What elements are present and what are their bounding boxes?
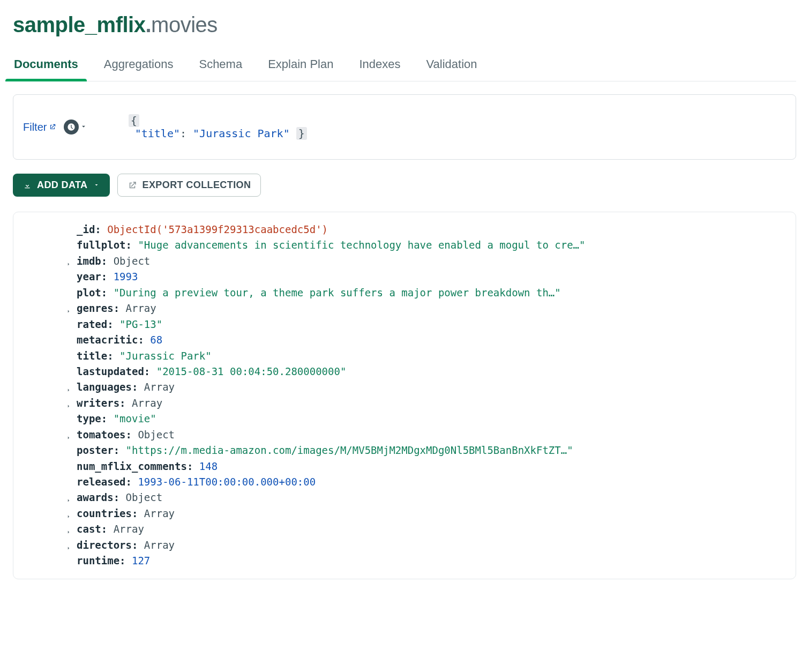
filter-link[interactable]: Filter (23, 121, 56, 133)
expand-caret-icon[interactable] (66, 303, 73, 310)
export-collection-label: EXPORT COLLECTION (143, 180, 251, 191)
field-value: Object (138, 429, 175, 440)
colon: : (138, 334, 150, 346)
tab-aggregations[interactable]: Aggregations (103, 52, 175, 81)
expand-caret-icon[interactable] (66, 492, 73, 499)
colon: : (114, 302, 126, 314)
document-field-row: imdb: Object (24, 253, 785, 269)
tab-validation[interactable]: Validation (425, 52, 478, 81)
field-key: runtime (77, 555, 119, 566)
colon: : (114, 491, 126, 503)
field-value: Array (144, 507, 175, 519)
expand-caret-icon[interactable] (66, 398, 73, 405)
tab-schema[interactable]: Schema (198, 52, 243, 81)
field-key: year (77, 271, 101, 282)
expand-caret-icon[interactable] (66, 524, 73, 531)
document-field-row: released: 1993-06-11T00:00:00.000+00:00 (24, 474, 785, 490)
field-key: title (77, 350, 107, 362)
field-value: 68 (150, 334, 162, 346)
document-field-row: metacritic: 68 (24, 332, 785, 348)
colon: : (114, 444, 126, 456)
colon: : (101, 523, 114, 535)
field-value: Object (126, 491, 163, 503)
caret-down-icon (93, 180, 100, 191)
expand-caret-icon[interactable] (66, 508, 73, 516)
field-value: Array (144, 381, 175, 393)
field-key: _id (77, 223, 95, 235)
field-key: awards (77, 491, 114, 503)
tab-explain-plan[interactable]: Explain Plan (267, 52, 334, 81)
namespace-dot: . (145, 13, 151, 36)
brace-open: { (129, 114, 139, 127)
query-value: "Jurassic Park" (193, 127, 290, 140)
add-data-button[interactable]: ADD DATA (13, 174, 110, 197)
field-key: num_mflix_comments (77, 460, 187, 472)
colon: : (132, 507, 144, 519)
field-key: type (77, 413, 101, 424)
colon: : (187, 460, 199, 472)
field-key: tomatoes (77, 429, 126, 440)
field-key: cast (77, 523, 101, 535)
colon: : (132, 539, 144, 551)
document-field-row: countries: Array (24, 506, 785, 521)
colon: : (101, 287, 114, 298)
colon: : (101, 413, 114, 424)
field-key: genres (77, 302, 114, 314)
field-value: "PG-13" (119, 318, 162, 330)
field-key: fullplot (77, 239, 126, 251)
collection-name: movies (151, 13, 218, 36)
document-field-row: awards: Object (24, 490, 785, 505)
namespace-title: sample_mflix.movies (13, 13, 796, 37)
colon: : (101, 255, 114, 267)
field-value: Array (114, 523, 144, 535)
field-value: Object (114, 255, 151, 267)
colon: : (126, 239, 138, 251)
document-field-row: writers: Array (24, 395, 785, 411)
document-field-row: type: "movie" (24, 411, 785, 427)
field-value: 1993-06-11T00:00:00.000+00:00 (138, 476, 316, 488)
export-icon (128, 181, 137, 190)
colon: : (119, 397, 132, 409)
colon: : (107, 350, 119, 362)
expand-caret-icon[interactable] (66, 256, 73, 263)
colon: : (107, 318, 119, 330)
query-history-button[interactable] (64, 120, 87, 135)
caret-down-icon (80, 123, 87, 132)
tab-documents[interactable]: Documents (13, 52, 79, 81)
document-field-row: genres: Array (24, 301, 785, 316)
document-field-row: title: "Jurassic Park" (24, 348, 785, 364)
field-value: Array (132, 397, 162, 409)
tab-indexes[interactable]: Indexes (358, 52, 401, 81)
document-field-row: fullplot: "Huge advancements in scientif… (24, 237, 785, 253)
document-panel: _id: ObjectId('573a1399f29313caabcedc5d'… (13, 212, 796, 579)
field-value: Array (144, 539, 175, 551)
field-value: "movie" (114, 413, 156, 424)
filter-bar: Filter { "title": "Jurassic Park" } (13, 94, 796, 160)
document-field-row: poster: "https://m.media-amazon.com/imag… (24, 443, 785, 458)
database-name: sample_mflix (13, 13, 145, 36)
expand-caret-icon[interactable] (66, 429, 73, 437)
colon: : (144, 365, 156, 377)
filter-query-input[interactable]: { "title": "Jurassic Park" } (102, 101, 306, 153)
export-collection-button[interactable]: EXPORT COLLECTION (117, 174, 261, 197)
actions-row: ADD DATA EXPORT COLLECTION (13, 174, 796, 197)
document-field-row: lastupdated: "2015-08-31 00:04:50.280000… (24, 364, 785, 379)
document-field-row: year: 1993 (24, 269, 785, 285)
document-field-row: plot: "During a preview tour, a theme pa… (24, 285, 785, 301)
colon: : (126, 476, 138, 488)
expand-caret-icon[interactable] (66, 382, 73, 389)
document-field-row: languages: Array (24, 379, 785, 395)
field-value: 1993 (114, 271, 138, 282)
field-key: directors (77, 539, 132, 551)
field-key: countries (77, 507, 132, 519)
field-value: 148 (199, 460, 218, 472)
filter-link-label: Filter (23, 121, 47, 133)
colon: : (132, 381, 144, 393)
field-key: imdb (77, 255, 101, 267)
download-icon (23, 181, 32, 190)
expand-caret-icon[interactable] (66, 540, 73, 547)
colon: : (119, 555, 132, 566)
field-key: released (77, 476, 126, 488)
field-value: "2015-08-31 00:04:50.280000000" (156, 365, 347, 377)
field-key: metacritic (77, 334, 138, 346)
